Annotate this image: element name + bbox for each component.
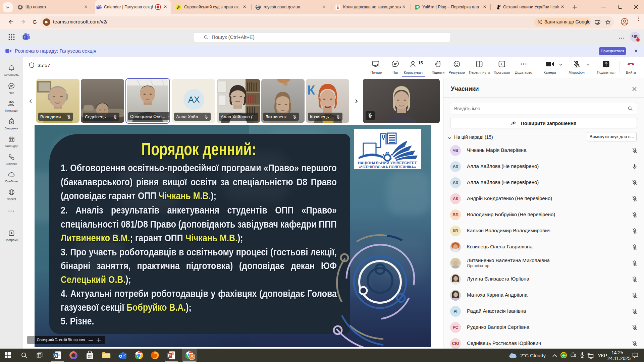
svg-text:P: P: [168, 353, 171, 358]
svg-text:«ЧЕРНІГІВСЬКА ПОЛІТЕХНІКА»: «ЧЕРНІГІВСЬКА ПОЛІТЕХНІКА»: [359, 165, 416, 169]
svg-text:T: T: [24, 36, 26, 39]
svg-text:T: T: [97, 6, 99, 8]
svg-text:W: W: [53, 353, 57, 358]
svg-text:К: К: [307, 83, 315, 97]
svg-text:НАЦІОНАЛЬНИЙ УНІВЕРСИТЕТ: НАЦІОНАЛЬНИЙ УНІВЕРСИТЕТ: [358, 161, 417, 165]
